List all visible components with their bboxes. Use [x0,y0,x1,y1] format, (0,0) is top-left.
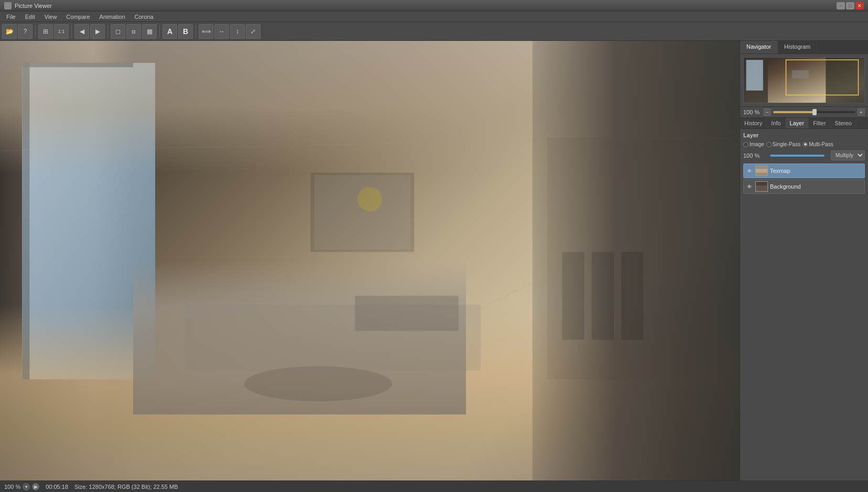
opacity-slider[interactable] [770,155,824,157]
tab-stereo[interactable]: Stereo [831,118,856,128]
svg-rect-1 [22,63,133,67]
svg-rect-19 [746,60,763,90]
menu-edit[interactable]: Edit [21,13,39,21]
layout-button[interactable]: ▦ [142,24,157,39]
status-play-button[interactable]: ▶ [32,483,39,490]
help-button[interactable]: ? [18,24,32,39]
main-content: Navigator Histogram [0,41,868,480]
zoom-minus-button[interactable]: − [764,108,771,116]
menu-corona[interactable]: Corona [131,13,158,21]
zoom-display: 100 % [743,109,762,115]
layer-panel: Layer Image Single-Pass Multi-Pass 100 [740,129,868,480]
layer-thumb-texmap-svg [756,166,767,176]
radio-singlepass-dot [766,142,772,147]
text-a-button[interactable]: A [162,24,177,39]
layer-item-background[interactable]: 👁 Background [743,179,865,194]
status-bar: 100 % ▾ ▶ 00:05:18 Size: 1280x768; RGB (… [0,480,868,492]
compare-button[interactable]: ⟺ [199,24,213,39]
image-area[interactable] [0,41,740,480]
blend-mode-select[interactable]: Multiply Normal Screen Overlay [831,150,865,160]
tab-navigator[interactable]: Navigator [740,41,778,53]
radio-multipass-label: Multi-Pass [809,141,833,147]
opacity-display: 100 % [743,152,762,159]
text-b-button[interactable]: B [178,24,193,39]
radio-image[interactable]: Image [743,141,764,147]
scene-svg [0,41,740,480]
tab-filter[interactable]: Filter [809,118,830,128]
layer-eye-texmap[interactable]: 👁 [746,167,753,174]
layer-opacity-row: 100 % Multiply Normal Screen Overlay [743,150,865,160]
separator-1 [35,25,36,38]
zoom-slider[interactable] [773,111,855,113]
separator-2 [71,25,72,38]
expand-button[interactable]: ⤢ [246,24,261,39]
app-icon [4,2,12,9]
radio-image-label: Image [750,141,764,147]
zoom-slider-fill [773,111,815,113]
flipv-button[interactable]: ↕ [230,24,245,39]
svg-point-12 [244,366,392,401]
tab-histogram[interactable]: Histogram [778,41,817,53]
layer-name-texmap: Texmap [770,168,862,174]
channel-button[interactable]: ⧈ [126,24,141,39]
window-controls: – □ ✕ [837,2,864,9]
svg-rect-25 [756,169,767,172]
right-panel: Navigator Histogram [740,41,868,480]
svg-rect-9 [592,252,614,340]
menu-compare[interactable]: Compare [62,13,94,21]
layer-eye-background[interactable]: 👁 [746,183,753,190]
thumbnail-area[interactable] [740,54,868,107]
svg-rect-8 [562,252,584,340]
tab-layer[interactable]: Layer [786,118,809,128]
title-bar: Picture Viewer – □ ✕ [0,0,868,12]
svg-rect-27 [756,185,767,191]
svg-rect-21 [792,70,809,78]
layer-mode-row: Image Single-Pass Multi-Pass [743,141,865,147]
svg-rect-16 [355,296,459,331]
separator-4 [159,25,160,38]
radio-singlepass[interactable]: Single-Pass [766,141,800,147]
next-button[interactable]: ▶ [90,24,105,39]
separator-5 [196,25,196,38]
status-info: Size: 1280x768; RGB (32 Bit); 22.55 MB [74,484,178,490]
status-zoom-down-button[interactable]: ▾ [23,483,30,490]
layer-panel-title: Layer [743,132,865,138]
fit-button[interactable]: ⊞ [38,24,53,39]
maximize-button[interactable]: □ [846,2,854,9]
menu-bar: File Edit View Compare Animation Corona [0,12,868,22]
panel-sub-tabs: History Info Layer Filter Stereo [740,118,868,129]
status-time: 00:05:18 [46,484,68,490]
layer-thumb-texmap [755,166,768,176]
zoom100-button[interactable]: 1:1 [54,24,69,39]
status-zoom-value: 100 % [4,484,20,490]
zoom-control: 100 % − + [740,107,868,118]
layer-thumb-bg-svg [756,182,767,191]
separator-3 [107,25,108,38]
open-button[interactable]: 📂 [2,24,17,39]
minimize-button[interactable]: – [837,2,845,9]
zoom-plus-button[interactable]: + [858,108,865,116]
svg-rect-0 [22,63,29,379]
prev-button[interactable]: ◀ [74,24,89,39]
tab-info[interactable]: Info [767,118,785,128]
region-button[interactable]: ◻ [111,24,125,39]
render-canvas [0,41,740,480]
menu-animation[interactable]: Animation [95,13,129,21]
radio-multipass[interactable]: Multi-Pass [802,141,833,147]
menu-view[interactable]: View [40,13,61,21]
layer-name-background: Background [770,183,862,190]
fliph-button[interactable]: ↔ [214,24,229,39]
app-title: Picture Viewer [15,3,833,9]
tab-history[interactable]: History [740,118,767,128]
svg-point-15 [357,187,382,211]
svg-rect-10 [621,252,643,340]
menu-file[interactable]: File [2,13,20,21]
layer-item-texmap[interactable]: 👁 Texmap [743,163,865,178]
status-zoom-group: 100 % ▾ ▶ [4,483,39,490]
radio-multipass-dot [802,142,808,147]
opacity-slider-fill [770,155,824,157]
close-button[interactable]: ✕ [855,2,864,9]
radio-image-dot [743,142,748,147]
zoom-slider-thumb[interactable] [812,109,817,115]
panel-top-tabs: Navigator Histogram [740,41,868,54]
